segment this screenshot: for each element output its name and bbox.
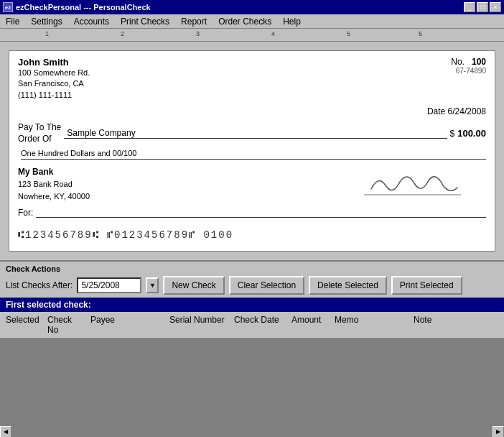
check-actions-panel: Check Actions List Checks After: ▼ New C… [0,260,504,298]
date-label: Date [427,106,445,116]
ruler-mark-6: 6 [419,30,422,37]
bank-name: My Bank [18,165,90,178]
col-header-payee: Payee [88,313,167,336]
col-header-amount: Amount [289,313,332,336]
check-address: 100 Somewhere Rd. San Francisco, CA (111… [18,68,90,101]
bank-section: My Bank 123 Bank Road Nowhere, KY, 40000 [18,165,486,202]
bank-address1: 123 Bank Road [18,178,90,190]
table-header: Selected Check No Payee Serial Number Ch… [0,312,504,339]
for-label: For: [18,208,33,218]
menu-accounts[interactable]: Accounts [71,16,112,27]
dollar-sign: $ [450,129,455,139]
main-area: John Smith 100 Somewhere Rd. San Francis… [0,42,504,437]
ruler-mark-4: 4 [271,30,275,37]
actions-row: List Checks After: ▼ New Check Clear Sel… [6,276,498,295]
check-date: 6/24/2008 [448,106,486,116]
menu-bar: File Settings Accounts Print Checks Repo… [0,14,504,29]
col-header-serial: Serial Number [167,313,231,336]
bank-info: My Bank 123 Bank Road Nowhere, KY, 40000 [18,165,90,202]
minimize-button[interactable]: _ [464,2,475,12]
pay-to-section: Pay To The Order Of Sample Company $ 100… [18,122,486,144]
ruler-mark-2: 2 [121,30,124,37]
col-header-note: Note [411,313,501,336]
amount-box: $ 100.00 [450,128,486,139]
pay-to-label: Pay To The [18,122,61,132]
scroll-track[interactable] [11,426,493,437]
for-underline [36,208,486,218]
check-actions-title: Check Actions [6,264,498,273]
close-button[interactable]: × [490,2,501,12]
window-title: ezCheckPersonal --- PersonalCheck [16,3,151,12]
menu-file[interactable]: File [3,16,22,27]
bank-address2: Nowhere, KY, 40000 [18,190,90,203]
menu-order-checks[interactable]: Order Checks [215,16,274,27]
ruler-mark-3: 3 [196,30,200,37]
menu-settings[interactable]: Settings [28,16,65,27]
check-date-line: Date 6/24/2008 [18,106,486,116]
check-routing: 67-74890 [451,67,486,75]
list-checks-label: List Checks After: [6,280,73,290]
horizontal-scrollbar[interactable]: ◀ ▶ [0,426,504,437]
check-table-body [0,339,504,426]
ruler: 1 2 3 4 5 6 [0,29,504,42]
scroll-right-button[interactable]: ▶ [493,426,504,438]
check-area: John Smith 100 Somewhere Rd. San Francis… [0,42,504,260]
menu-print-checks[interactable]: Print Checks [118,16,172,27]
list-checks-date-input[interactable] [77,277,141,293]
print-selected-button[interactable]: Print Selected [391,276,462,295]
check-no-label: No. [451,57,465,67]
title-bar: ez ezCheckPersonal --- PersonalCheck _ □… [0,0,504,14]
clear-selection-button[interactable]: Clear Selection [229,276,304,295]
date-dropdown-button[interactable]: ▼ [146,277,159,293]
first-selected-label: First selected check: [6,300,91,310]
for-line: For: [18,208,486,218]
check-number: 100 [472,57,486,67]
order-of-label: Order Of [18,134,52,144]
menu-report[interactable]: Report [178,16,210,27]
check-amount: 100.00 [457,128,486,139]
col-header-checkno: Check No [45,313,88,336]
menu-help[interactable]: Help [280,16,304,27]
written-amount: One Hundred Dollars and 00/100 [21,147,486,160]
col-header-selected: Selected [3,313,45,336]
signature-svg [357,167,472,200]
col-header-memo: Memo [332,313,411,336]
check-container: John Smith 100 Somewhere Rd. San Francis… [9,50,495,252]
ruler-mark-5: 5 [347,30,350,37]
micr-line: ⑆123456789⑆ ⑈0123456789⑈ 0100 [18,226,486,244]
delete-selected-button[interactable]: Delete Selected [309,276,387,295]
check-number-area: No. 100 67-74890 [451,57,486,75]
app-icon: ez [3,2,13,12]
signature-area [342,165,486,201]
col-header-date: Check Date [231,313,289,336]
first-selected-check-panel: First selected check: [0,298,504,312]
maximize-button[interactable]: □ [477,2,488,12]
new-check-button[interactable]: New Check [163,276,224,295]
payee-line: Sample Company [64,128,447,139]
check-name: John Smith [18,57,90,68]
ruler-mark-1: 1 [45,30,49,37]
scroll-left-button[interactable]: ◀ [0,426,11,438]
